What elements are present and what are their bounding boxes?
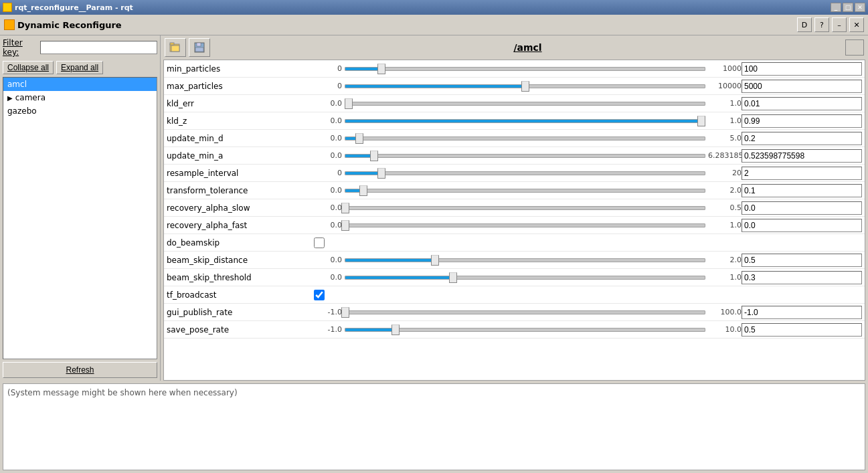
param-value-kld_z[interactable]: [742, 114, 862, 128]
minus-button[interactable]: –: [832, 17, 847, 32]
param-value-gui_publish_rate[interactable]: [742, 306, 862, 319]
param-min-resample_interval: 0: [314, 169, 342, 177]
param-max-gui_publish_rate: 100.0: [708, 308, 742, 316]
param-name-max_particles: max_particles: [167, 82, 314, 91]
slider-thumb-max_particles[interactable]: [521, 81, 529, 92]
slider-update_min_d[interactable]: [345, 132, 705, 145]
slider-track-beam_skip_distance: [345, 258, 705, 262]
title-bar-controls: _ □ ✕: [831, 3, 865, 12]
open-button[interactable]: [165, 38, 186, 57]
param-value-beam_skip_distance[interactable]: [742, 254, 862, 267]
slider-update_min_a[interactable]: [345, 150, 705, 162]
slider-thumb-beam_skip_threshold[interactable]: [449, 272, 457, 283]
param-max-update_min_d: 5.0: [708, 134, 742, 143]
slider-thumb-gui_publish_rate[interactable]: [341, 307, 349, 318]
param-row-gui_publish_rate: gui_publish_rate-1.0100.0: [164, 304, 865, 321]
window-title: rqt_reconfigure__Param - rqt: [15, 3, 133, 12]
right-panel: /amcl min_particles01000max_particles010…: [161, 35, 868, 381]
param-checkbox-do_beamskip[interactable]: [314, 238, 325, 248]
tree-item-camera[interactable]: ▶ camera: [3, 91, 157, 104]
slider-track-transform_tolerance: [345, 189, 705, 193]
slider-track-beam_skip_threshold: [345, 276, 705, 280]
param-row-beam_skip_threshold: beam_skip_threshold0.01.0: [164, 269, 865, 286]
slider-thumb-kld_z[interactable]: [697, 116, 705, 126]
param-value-update_min_d[interactable]: [742, 132, 862, 145]
param-min-max_particles: 0: [314, 82, 342, 90]
slider-thumb-recovery_alpha_fast[interactable]: [341, 220, 349, 231]
slider-track-recovery_alpha_fast: [345, 223, 705, 227]
param-max-min_particles: 1000: [708, 64, 742, 73]
param-min-recovery_alpha_slow: 0.0: [314, 203, 342, 212]
collapse-all-button[interactable]: Collapse all: [3, 61, 54, 74]
tree-item-camera-label: camera: [15, 93, 46, 102]
corner-button[interactable]: [845, 39, 864, 56]
slider-transform_tolerance[interactable]: [345, 185, 705, 197]
param-value-save_pose_rate[interactable]: [742, 323, 862, 337]
app-icon: [3, 3, 12, 12]
slider-save_pose_rate[interactable]: [345, 324, 705, 336]
slider-thumb-update_min_a[interactable]: [370, 151, 378, 161]
param-value-min_particles[interactable]: [742, 62, 862, 76]
slider-kld_err[interactable]: [345, 98, 705, 110]
slider-thumb-transform_tolerance[interactable]: [359, 185, 367, 196]
param-row-tf_broadcast: tf_broadcast: [164, 286, 865, 304]
filter-input[interactable]: [40, 41, 157, 54]
param-row-update_min_d: update_min_d0.05.0: [164, 130, 865, 147]
slider-fill-kld_z: [345, 120, 701, 122]
params-scroll[interactable]: min_particles01000max_particles010000kld…: [163, 60, 865, 381]
slider-recovery_alpha_fast[interactable]: [345, 219, 705, 231]
slider-resample_interval[interactable]: [345, 167, 705, 179]
maximize-button[interactable]: □: [843, 3, 853, 12]
help-button[interactable]: ?: [814, 17, 829, 32]
param-value-recovery_alpha_slow[interactable]: [742, 201, 862, 215]
close-header-button[interactable]: ✕: [849, 17, 864, 32]
open-icon: [169, 41, 181, 54]
slider-thumb-update_min_d[interactable]: [355, 133, 363, 144]
param-name-kld_err: kld_err: [167, 99, 314, 108]
slider-beam_skip_threshold[interactable]: [345, 272, 705, 284]
filter-row: Filter key:: [3, 38, 157, 57]
param-value-recovery_alpha_fast[interactable]: [742, 219, 862, 232]
save-button[interactable]: [189, 38, 210, 57]
param-value-beam_skip_threshold[interactable]: [742, 271, 862, 284]
slider-beam_skip_distance[interactable]: [345, 254, 705, 266]
slider-thumb-kld_err[interactable]: [345, 98, 353, 109]
slider-thumb-recovery_alpha_slow[interactable]: [341, 203, 349, 213]
slider-min_particles[interactable]: [345, 63, 705, 75]
d-button[interactable]: D: [797, 17, 812, 32]
param-checkbox-tf_broadcast[interactable]: [314, 290, 325, 300]
status-message: (System message might be shown here when…: [7, 388, 238, 397]
slider-thumb-beam_skip_distance[interactable]: [431, 255, 439, 266]
minimize-button[interactable]: _: [831, 3, 841, 12]
slider-recovery_alpha_slow[interactable]: [345, 202, 705, 214]
close-button[interactable]: ✕: [855, 3, 865, 12]
param-row-do_beamskip: do_beamskip: [164, 234, 865, 252]
param-name-transform_tolerance: transform_tolerance: [167, 186, 314, 195]
slider-track-kld_z: [345, 119, 705, 123]
refresh-button[interactable]: Refresh: [3, 362, 157, 378]
slider-thumb-resample_interval[interactable]: [377, 168, 385, 179]
param-min-update_min_a: 0.0: [314, 151, 342, 160]
slider-track-update_min_d: [345, 136, 705, 140]
param-name-update_min_a: update_min_a: [167, 151, 314, 161]
param-value-max_particles[interactable]: [742, 80, 862, 93]
tree-item-amcl[interactable]: amcl: [3, 78, 157, 91]
param-value-update_min_a[interactable]: [742, 149, 862, 163]
svg-rect-5: [195, 48, 203, 52]
param-value-kld_err[interactable]: [742, 97, 862, 110]
slider-max_particles[interactable]: [345, 80, 705, 92]
tree-item-gazebo[interactable]: gazebo: [3, 104, 157, 118]
slider-track-min_particles: [345, 67, 705, 71]
content-area: Filter key: Collapse all Expand all amcl…: [0, 35, 868, 381]
slider-kld_z[interactable]: [345, 115, 705, 127]
param-name-min_particles: min_particles: [167, 64, 314, 74]
slider-gui_publish_rate[interactable]: [345, 306, 705, 318]
slider-thumb-min_particles[interactable]: [377, 64, 385, 74]
param-min-beam_skip_threshold: 0.0: [314, 273, 342, 282]
param-value-transform_tolerance[interactable]: [742, 184, 862, 197]
param-row-resample_interval: resample_interval020: [164, 165, 865, 182]
param-name-recovery_alpha_slow: recovery_alpha_slow: [167, 203, 314, 213]
slider-thumb-save_pose_rate[interactable]: [392, 324, 400, 335]
param-value-resample_interval[interactable]: [742, 167, 862, 180]
expand-all-button[interactable]: Expand all: [56, 61, 103, 74]
